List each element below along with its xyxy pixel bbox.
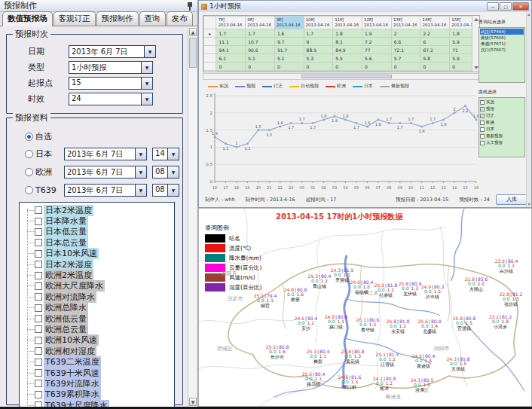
- radio-button[interactable]: [25, 133, 33, 141]
- element-checkbox-item[interactable]: 欧洲相对湿度: [23, 346, 174, 356]
- table-cell[interactable]: 0: [304, 63, 333, 71]
- element-checkbox-item[interactable]: 日本2米湿度: [23, 259, 174, 270]
- scroll-down-icon[interactable]: ▼: [189, 398, 197, 406]
- source-hour-select[interactable]: 14: [152, 148, 179, 160]
- checkbox[interactable]: [35, 369, 42, 377]
- table-cell[interactable]: 5.3: [304, 54, 333, 63]
- station-list-item[interactable]: 汉口(57607): [480, 47, 524, 53]
- table-cell[interactable]: 6.6: [391, 38, 420, 46]
- radio-button[interactable]: [25, 186, 33, 194]
- map-station[interactable]: 24.9|80.30.01.5沙市镇: [421, 285, 445, 299]
- forecast-table[interactable]: 7时2013-04-168时2013-04-169时2013-04-1610时2…: [203, 16, 479, 72]
- checkbox[interactable]: [35, 304, 42, 312]
- checkbox[interactable]: [35, 325, 42, 333]
- element-checkbox-item[interactable]: 日本10米风速: [23, 249, 174, 259]
- chevron-down-icon[interactable]: [141, 78, 152, 89]
- table-cell[interactable]: [304, 71, 333, 72]
- map-station[interactable]: 25.3|80.40.01.2青山铺: [308, 274, 332, 288]
- checkbox[interactable]: [480, 134, 485, 139]
- table-cell[interactable]: 1.8: [333, 29, 362, 38]
- table-cell[interactable]: 0: [420, 63, 450, 71]
- curve-list-item[interactable]: 实况: [480, 99, 524, 105]
- table-cell[interactable]: 0: [391, 63, 420, 71]
- table-cell[interactable]: [333, 71, 362, 72]
- radio-button[interactable]: [25, 168, 33, 176]
- checkbox[interactable]: [35, 380, 42, 387]
- map-station[interactable]: 24.6|80.40.01.2安沙: [295, 316, 318, 331]
- table-row[interactable]: 94.190.691.788.584.97772.167.271: [204, 46, 479, 54]
- table-row[interactable]: ▸1.71.71.61.71.81.922.21.8: [204, 29, 479, 38]
- table-cell[interactable]: 5.1: [246, 54, 275, 63]
- table-cell[interactable]: [216, 71, 246, 72]
- element-checkbox-item[interactable]: 欧洲总降水: [23, 303, 174, 313]
- table-cell[interactable]: 11.1: [216, 38, 246, 46]
- checkbox[interactable]: [35, 347, 42, 355]
- table-cell[interactable]: 6: [420, 38, 450, 46]
- element-checkbox-item[interactable]: 欧洲10米风速: [23, 335, 174, 346]
- chevron-down-icon[interactable]: [135, 185, 146, 196]
- table-cell[interactable]: 0: [246, 63, 275, 71]
- table-column-header[interactable]: 13时2013-04-16: [391, 17, 420, 29]
- table-cell[interactable]: 67.2: [420, 46, 450, 54]
- map-station[interactable]: 24.8|80.90.01.1路口镇: [325, 315, 348, 329]
- checkbox[interactable]: [35, 250, 42, 258]
- curve-list-item[interactable]: ✓订正: [480, 112, 524, 119]
- checkbox[interactable]: [35, 315, 42, 322]
- checkbox[interactable]: [35, 206, 42, 214]
- map-station[interactable]: 24.1|80.80.01.2枨冲: [373, 377, 396, 391]
- maximize-button[interactable]: ▢: [500, 2, 512, 11]
- combo-select[interactable]: 15: [69, 77, 153, 90]
- combo-select[interactable]: 24: [69, 93, 153, 105]
- table-cell[interactable]: 1.9: [362, 29, 392, 38]
- table-cell[interactable]: 90.6: [246, 46, 275, 54]
- table-cell[interactable]: 91.7: [274, 46, 304, 54]
- panel-scrollbar[interactable]: ▲ ▼: [188, 27, 197, 407]
- map-station[interactable]: 24.6|80.40.01.0福临镇: [350, 280, 374, 295]
- table-cell[interactable]: [391, 71, 420, 72]
- table-cell[interactable]: 1.7: [216, 29, 246, 38]
- table-column-header[interactable]: 10时2013-04-16: [304, 17, 333, 29]
- checkbox[interactable]: ✓: [480, 107, 485, 111]
- map-station[interactable]: 25.8|80.80.01.5官渡镇: [453, 316, 476, 331]
- source-date-select[interactable]: 2013年 6月 7日: [64, 148, 147, 160]
- map-station[interactable]: 25.1|81.50.01.2江背镇: [376, 353, 399, 367]
- element-checkbox-item[interactable]: 欧洲2米温度: [23, 270, 174, 280]
- table-cell[interactable]: 0: [216, 63, 246, 71]
- table-cell[interactable]: 5.8: [420, 54, 450, 63]
- curve-listbox[interactable]: 实况✓预报✓订正欧洲日本最新预报人工预报: [478, 97, 525, 157]
- map-station[interactable]: 23.5|80.40.01.1白沙镇: [495, 259, 518, 273]
- table-row[interactable]: 11.110.79.798.17.26.665.9: [204, 38, 479, 46]
- element-checklist[interactable]: 日本2米温度日本降水量日本低云量日本总云量日本10米风速日本2米湿度欧洲2米温度…: [19, 202, 175, 409]
- checkbox[interactable]: [35, 293, 42, 301]
- source-hour-select[interactable]: 08: [152, 184, 179, 197]
- map-station[interactable]: 24.8|80.80.01.6桥驿: [284, 288, 307, 302]
- table-cell[interactable]: 0: [333, 63, 362, 71]
- close-button[interactable]: ✕: [512, 2, 529, 11]
- checkbox[interactable]: [35, 359, 42, 366]
- map-station[interactable]: 25.1|79.40.01.1铜官: [254, 294, 277, 308]
- map-station[interactable]: 23.2|81.20.01.8小河乡: [489, 315, 512, 329]
- curve-list-item[interactable]: 人工预报: [480, 139, 524, 146]
- panel-tab[interactable]: 预报制作: [96, 11, 139, 26]
- curve-list-item[interactable]: 欧洲: [480, 119, 524, 126]
- table-row[interactable]: 6.15.15.25.35.55.65.75.85.9: [204, 54, 479, 63]
- table-cell[interactable]: 9: [304, 38, 333, 46]
- chevron-down-icon[interactable]: [167, 148, 179, 160]
- table-cell[interactable]: 6.1: [216, 54, 246, 63]
- element-checkbox-item[interactable]: T639二米温度: [23, 356, 174, 367]
- scrollbar-thumb[interactable]: [301, 75, 392, 78]
- table-cell[interactable]: 1.7: [304, 29, 333, 38]
- table-cell[interactable]: 77: [362, 46, 392, 54]
- table-row[interactable]: 000000000: [204, 63, 479, 71]
- panel-tab[interactable]: 数值预报场: [2, 11, 53, 26]
- pin-icon[interactable]: [186, 2, 194, 11]
- checkbox[interactable]: [35, 282, 42, 290]
- table-cell[interactable]: 1.6: [274, 29, 304, 38]
- minimize-button[interactable]: —: [487, 2, 499, 11]
- table-cell[interactable]: 1.7: [246, 29, 275, 38]
- table-cell[interactable]: 5.2: [274, 54, 304, 63]
- element-checkbox-item[interactable]: T639累积降水: [23, 389, 174, 400]
- chevron-down-icon[interactable]: [144, 46, 155, 57]
- table-cell[interactable]: 88.5: [304, 46, 333, 54]
- map-station[interactable]: 24.6|80.40.01.4普迹镇: [412, 354, 436, 368]
